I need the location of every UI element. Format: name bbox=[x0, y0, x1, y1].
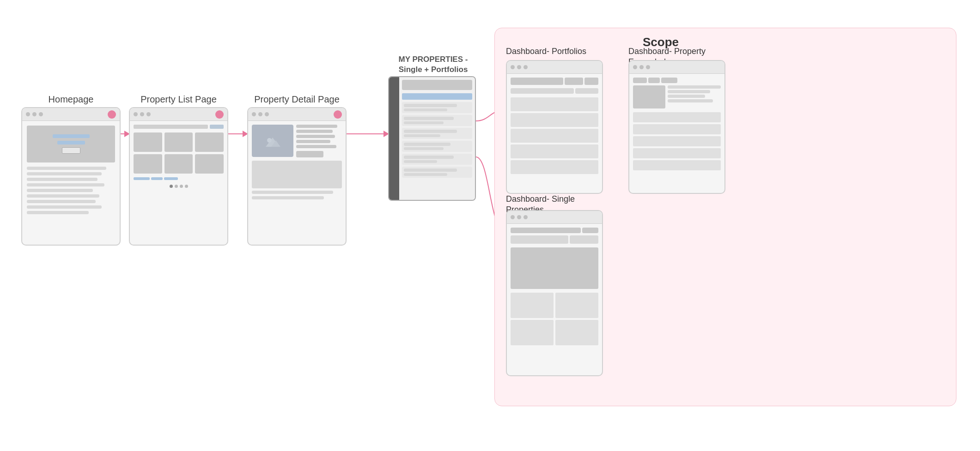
propdetail-avatar bbox=[334, 110, 342, 119]
dash-expanded-wireframe bbox=[628, 60, 725, 194]
dot1 bbox=[26, 112, 30, 116]
dot2 bbox=[32, 112, 37, 116]
my-properties-label: MY PROPERTIES - Single + Portfolios bbox=[390, 54, 476, 75]
dot1 bbox=[252, 112, 256, 116]
dot3 bbox=[39, 112, 43, 116]
dot1 bbox=[511, 215, 515, 219]
property-list-wireframe bbox=[129, 107, 228, 246]
homepage-label: Homepage bbox=[21, 94, 121, 105]
canvas: Homepage Property List Page Property Det… bbox=[0, 0, 980, 451]
dash-single-wireframe bbox=[506, 210, 603, 376]
dot2 bbox=[639, 65, 644, 69]
homepage-avatar bbox=[108, 110, 116, 119]
my-properties-wireframe bbox=[388, 76, 476, 201]
dash-portfolios-wireframe bbox=[506, 60, 603, 194]
property-list-label: Property List Page bbox=[129, 94, 228, 105]
dot1 bbox=[633, 65, 637, 69]
dot2 bbox=[517, 65, 521, 69]
dot3 bbox=[265, 112, 269, 116]
proplist-avatar bbox=[215, 110, 224, 119]
dot3 bbox=[523, 65, 528, 69]
dot2 bbox=[258, 112, 262, 116]
property-detail-label: Property Detail Page bbox=[247, 94, 347, 105]
dot1 bbox=[511, 65, 515, 69]
dot2 bbox=[140, 112, 144, 116]
homepage-wireframe bbox=[21, 107, 121, 246]
svg-point-3 bbox=[267, 138, 272, 143]
dot1 bbox=[134, 112, 138, 116]
dot3 bbox=[646, 65, 650, 69]
dot2 bbox=[517, 215, 521, 219]
dash-portfolios-title: Dashboard- Portfolios bbox=[506, 46, 586, 57]
property-detail-wireframe bbox=[247, 107, 347, 246]
dot3 bbox=[146, 112, 151, 116]
dot3 bbox=[523, 215, 528, 219]
